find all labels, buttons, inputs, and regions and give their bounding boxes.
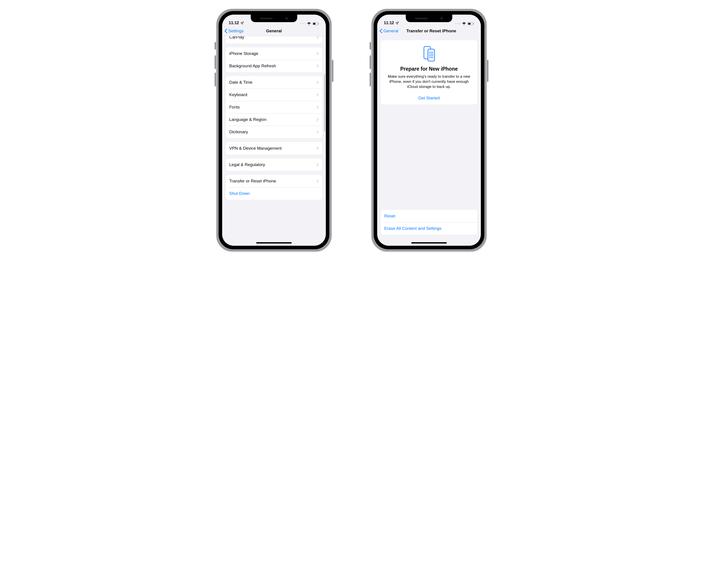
silence-switch bbox=[370, 42, 371, 50]
list-item-carplay[interactable]: CarPlay bbox=[226, 36, 322, 44]
chevron-right-icon bbox=[316, 36, 319, 39]
list-item-label: Erase All Content and Settings bbox=[384, 226, 474, 231]
get-started-button[interactable]: Get Started bbox=[386, 96, 472, 100]
status-time: 11:12 bbox=[229, 21, 239, 25]
list-item-date-time[interactable]: Date & Time bbox=[226, 76, 322, 89]
list-item-background-app-refresh[interactable]: Background App Refresh bbox=[226, 60, 322, 72]
earpiece-speaker bbox=[260, 18, 272, 19]
prepare-card: Prepare for New iPhone Make sure everyth… bbox=[381, 40, 477, 104]
chevron-left-icon bbox=[224, 28, 227, 33]
svg-point-15 bbox=[431, 55, 432, 57]
front-camera bbox=[440, 17, 443, 20]
list-item-vpn-device-management[interactable]: VPN & Device Management bbox=[226, 142, 322, 155]
side-button bbox=[487, 60, 488, 82]
svg-point-8 bbox=[429, 52, 431, 53]
phone-general-settings: 11:12 Settings bbox=[216, 9, 331, 251]
chevron-right-icon bbox=[316, 93, 319, 96]
svg-rect-1 bbox=[313, 23, 315, 24]
list-item-legal-regulatory[interactable]: Legal & Regulatory bbox=[226, 159, 322, 171]
shut-down-button[interactable]: Shut Down bbox=[226, 187, 322, 200]
card-body: Make sure everything's ready to transfer… bbox=[387, 74, 472, 89]
back-button[interactable]: Settings bbox=[224, 28, 244, 33]
settings-group-localization: Date & Time Keyboard Fonts Language & Re… bbox=[226, 76, 322, 138]
two-phones-icon bbox=[386, 46, 472, 62]
list-item-label: Language & Region bbox=[229, 117, 316, 122]
chevron-right-icon bbox=[316, 81, 319, 84]
svg-point-10 bbox=[432, 52, 434, 53]
reset-button[interactable]: Reset bbox=[381, 210, 477, 222]
list-item-label: Background App Refresh bbox=[229, 64, 316, 68]
list-item-label: iPhone Storage bbox=[229, 51, 316, 56]
list-item-iphone-storage[interactable]: iPhone Storage bbox=[226, 48, 322, 60]
location-icon bbox=[240, 21, 244, 25]
nav-bar: Settings General bbox=[222, 26, 326, 36]
notch bbox=[251, 15, 297, 22]
volume-up-button bbox=[370, 55, 371, 69]
phone-transfer-reset: 11:12 General T bbox=[372, 9, 487, 251]
chevron-right-icon bbox=[316, 118, 319, 121]
list-item-keyboard[interactable]: Keyboard bbox=[226, 89, 322, 101]
list-item-language-region[interactable]: Language & Region bbox=[226, 113, 322, 126]
svg-point-16 bbox=[432, 55, 434, 57]
svg-rect-4 bbox=[468, 23, 470, 24]
svg-rect-7 bbox=[428, 49, 435, 61]
svg-rect-5 bbox=[474, 23, 474, 24]
chevron-right-icon bbox=[316, 163, 319, 166]
home-indicator[interactable] bbox=[256, 242, 292, 244]
svg-point-13 bbox=[432, 54, 434, 55]
list-item-transfer-reset[interactable]: Transfer or Reset iPhone bbox=[226, 175, 322, 187]
cellular-dots-icon bbox=[455, 23, 461, 24]
scroll-indicator bbox=[324, 74, 325, 132]
settings-group-reset: Transfer or Reset iPhone Shut Down bbox=[226, 175, 322, 200]
list-item-label: Fonts bbox=[229, 105, 316, 109]
svg-point-11 bbox=[429, 54, 431, 55]
notch bbox=[406, 15, 452, 22]
settings-content: CarPlay iPhone Storage Background App Re… bbox=[222, 36, 326, 246]
list-item-label: VPN & Device Management bbox=[229, 146, 316, 151]
wifi-icon bbox=[307, 22, 311, 25]
list-item-label: Date & Time bbox=[229, 80, 316, 85]
volume-down-button bbox=[215, 73, 216, 86]
chevron-left-icon bbox=[379, 28, 383, 33]
battery-icon bbox=[313, 22, 319, 25]
svg-point-14 bbox=[429, 55, 431, 57]
list-item-label: CarPlay bbox=[229, 36, 316, 39]
front-camera bbox=[285, 17, 288, 20]
list-item-fonts[interactable]: Fonts bbox=[226, 101, 322, 113]
silence-switch bbox=[215, 42, 216, 50]
list-item-label: Dictionary bbox=[229, 130, 316, 135]
list-item-dictionary[interactable]: Dictionary bbox=[226, 126, 322, 138]
side-button bbox=[332, 60, 333, 82]
nav-bar: General Transfer or Reset iPhone bbox=[377, 26, 481, 36]
volume-up-button bbox=[215, 55, 216, 69]
chevron-right-icon bbox=[316, 179, 319, 183]
chevron-right-icon bbox=[316, 64, 319, 68]
location-icon bbox=[395, 21, 399, 25]
settings-group-vpn: VPN & Device Management bbox=[226, 142, 322, 155]
svg-point-9 bbox=[431, 52, 432, 53]
wifi-icon bbox=[462, 22, 466, 25]
svg-rect-2 bbox=[318, 23, 319, 24]
erase-all-button[interactable]: Erase All Content and Settings bbox=[381, 222, 477, 235]
chevron-right-icon bbox=[316, 52, 319, 55]
chevron-right-icon bbox=[316, 105, 319, 109]
chevron-right-icon bbox=[316, 130, 319, 134]
chevron-right-icon bbox=[316, 147, 319, 150]
volume-down-button bbox=[370, 73, 371, 86]
svg-point-17 bbox=[429, 57, 431, 58]
list-item-label: Transfer or Reset iPhone bbox=[229, 179, 316, 183]
battery-icon bbox=[468, 22, 474, 25]
home-indicator[interactable] bbox=[411, 242, 447, 244]
svg-point-12 bbox=[431, 54, 432, 55]
svg-point-19 bbox=[432, 57, 434, 58]
settings-group-legal: Legal & Regulatory bbox=[226, 159, 322, 171]
back-label: General bbox=[383, 28, 398, 33]
back-label: Settings bbox=[228, 28, 244, 33]
status-time: 11:12 bbox=[384, 21, 394, 25]
list-item-label: Reset bbox=[384, 214, 474, 219]
reset-actions-group: Reset Erase All Content and Settings bbox=[381, 210, 477, 235]
list-item-label: Legal & Regulatory bbox=[229, 162, 316, 167]
cellular-dots-icon bbox=[300, 23, 305, 24]
back-button[interactable]: General bbox=[379, 28, 398, 33]
settings-group-storage: iPhone Storage Background App Refresh bbox=[226, 48, 322, 72]
